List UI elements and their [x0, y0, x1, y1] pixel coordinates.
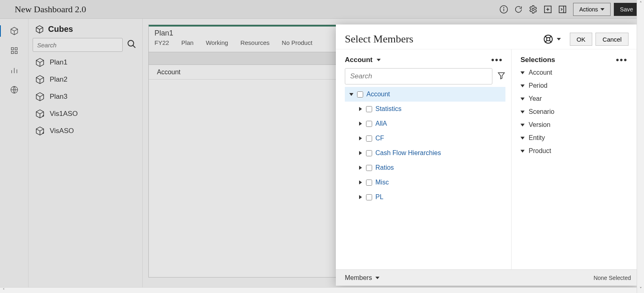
tree-node[interactable]: Cash Flow Hierarchies	[345, 146, 505, 160]
cancel-button[interactable]: Cancel	[595, 33, 629, 46]
expand-icon[interactable]	[357, 122, 364, 126]
rail-globe[interactable]	[9, 84, 20, 95]
expand-icon[interactable]	[357, 136, 364, 140]
member-label: Account	[366, 91, 390, 98]
rail-grid[interactable]	[9, 45, 20, 56]
pov-dim[interactable]: FY22	[154, 39, 169, 46]
tree-node[interactable]: Ratios	[345, 160, 505, 175]
settings-button[interactable]	[526, 2, 540, 17]
info-button[interactable]	[496, 2, 511, 17]
selection-label: Period	[529, 82, 547, 89]
save-button[interactable]: Save	[614, 3, 639, 16]
scroll-up-icon[interactable]: ˄	[637, 0, 644, 7]
member-search-input[interactable]	[345, 68, 492, 84]
expand-icon[interactable]	[357, 195, 364, 199]
filter-button[interactable]	[497, 71, 505, 81]
tree-node[interactable]: Statistics	[345, 102, 505, 116]
more-menu[interactable]: •••	[489, 57, 505, 63]
pov-dim[interactable]: No Product	[282, 39, 312, 46]
member-label: Cash Flow Hierarchies	[375, 149, 441, 157]
member-checkbox[interactable]	[366, 135, 372, 142]
pov-dim[interactable]: Working	[206, 39, 228, 46]
expand-icon[interactable]	[357, 180, 364, 184]
funnel-icon	[497, 71, 505, 80]
selection-label: Scenario	[529, 108, 554, 115]
svg-rect-12	[15, 51, 17, 53]
cube-item[interactable]: Plan3	[35, 92, 137, 102]
pov-dim[interactable]: Resources	[240, 39, 270, 46]
selection-item[interactable]: Year	[520, 95, 630, 102]
cube-name: VisASO	[50, 127, 74, 135]
cubes-search-button[interactable]	[127, 39, 137, 51]
cube-name: Plan1	[50, 58, 67, 67]
tree-node[interactable]: AllA	[345, 116, 505, 131]
pov-dim[interactable]: Plan	[181, 39, 194, 46]
cube-name: Plan3	[50, 93, 67, 101]
row-label: Account	[157, 69, 181, 76]
expand-icon[interactable]	[357, 107, 364, 111]
chevron-down-icon	[600, 8, 604, 11]
dialog-title: Select Members	[345, 33, 413, 45]
add-button[interactable]	[540, 2, 555, 17]
collapse-icon	[520, 111, 525, 113]
selection-item[interactable]: Period	[520, 82, 630, 89]
svg-point-24	[547, 38, 550, 41]
save-label: Save	[620, 6, 633, 13]
selection-count: None Selected	[593, 275, 631, 281]
rail-chart[interactable]	[9, 64, 20, 76]
cube-item[interactable]: Plan1	[35, 58, 137, 67]
actions-button[interactable]: Actions	[573, 3, 611, 16]
selection-item[interactable]: Product	[520, 147, 630, 155]
plus-box-icon	[543, 5, 552, 14]
tree-node[interactable]: CF	[345, 131, 505, 146]
member-checkbox[interactable]	[366, 150, 372, 156]
selection-item[interactable]: Scenario	[520, 108, 630, 115]
ok-button[interactable]: OK	[570, 33, 593, 46]
footer-tab[interactable]: Members	[345, 274, 379, 282]
member-label: AllA	[375, 120, 387, 127]
rail-cubes[interactable]	[9, 25, 20, 37]
selection-item[interactable]: Account	[520, 69, 630, 76]
member-label: CF	[375, 135, 384, 142]
help-button[interactable]	[542, 33, 554, 45]
svg-point-3	[532, 8, 534, 11]
dimension-picker[interactable]: Account	[345, 56, 373, 64]
dashboard-title: New Dashboard 2.0	[15, 4, 86, 15]
cube-item[interactable]: Vis1ASO	[35, 109, 137, 119]
tree-node-root[interactable]: Account	[345, 87, 505, 102]
select-members-dialog: Select Members OK Cancel Account •••	[336, 24, 637, 286]
vertical-scrollbar[interactable]: ˄ ˅	[637, 0, 644, 293]
cube-name: Plan2	[50, 75, 67, 84]
tree-node[interactable]: Misc	[345, 175, 505, 190]
scroll-left-icon[interactable]: ˂	[0, 288, 7, 293]
selection-item[interactable]: Entity	[520, 134, 630, 142]
cube-icon	[35, 25, 44, 34]
member-checkbox[interactable]	[366, 121, 372, 127]
expand-icon[interactable]	[357, 166, 364, 170]
svg-rect-9	[11, 48, 13, 50]
member-checkbox[interactable]	[366, 180, 372, 186]
collapse-icon	[520, 71, 525, 74]
expand-icon[interactable]	[357, 151, 364, 155]
lifebuoy-icon	[543, 34, 553, 44]
cube-plus-icon	[35, 109, 45, 119]
chevron-down-icon[interactable]	[557, 38, 561, 40]
selection-item[interactable]: Version	[520, 121, 630, 129]
member-checkbox[interactable]	[357, 91, 363, 98]
chevron-down-icon[interactable]	[377, 59, 381, 61]
cube-item[interactable]: VisASO	[35, 126, 137, 136]
selections-more-menu[interactable]: •••	[613, 57, 630, 63]
search-icon	[127, 39, 137, 49]
member-checkbox[interactable]	[366, 106, 372, 112]
member-checkbox[interactable]	[366, 165, 372, 171]
member-checkbox[interactable]	[366, 194, 372, 200]
cube-item[interactable]: Plan2	[35, 75, 137, 84]
toggle-panel-button[interactable]	[555, 2, 570, 17]
cubes-search-input[interactable]	[33, 38, 123, 52]
tree-node[interactable]: PL	[345, 190, 505, 204]
collapse-icon	[520, 150, 525, 153]
scroll-down-icon[interactable]: ˅	[637, 286, 644, 293]
collapse-icon[interactable]	[348, 93, 355, 96]
refresh-button[interactable]	[511, 2, 526, 17]
horizontal-scrollbar[interactable]: ˂	[0, 287, 637, 293]
